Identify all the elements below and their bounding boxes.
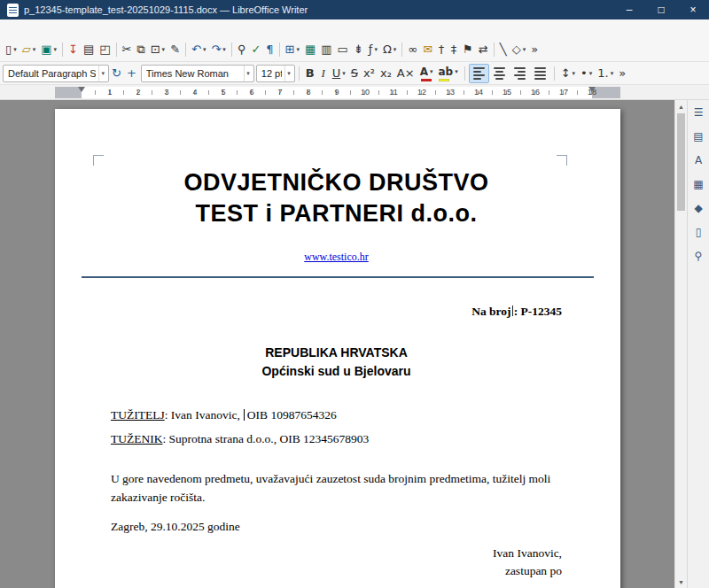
spelling-button[interactable]: ✓ <box>248 40 263 59</box>
insert-page-break-button[interactable]: ⇟ <box>351 40 366 59</box>
superscript-button[interactable]: x² <box>361 64 378 83</box>
body-paragraph[interactable]: U gore navedenom predmetu, uvažavajući z… <box>111 469 562 507</box>
sidebar-settings-button[interactable]: ☰ <box>690 104 708 121</box>
insert-chart-button[interactable]: ▥ <box>318 40 334 59</box>
defendant-line[interactable]: TUŽENIK: Suprotna strana d.o.o., OIB 123… <box>111 431 562 446</box>
open-file-button[interactable]: ▱▾ <box>19 40 39 59</box>
signature-block[interactable]: Ivan Ivanovic,zastupan po <box>111 545 562 580</box>
copy-button[interactable]: ⧉ <box>134 40 147 59</box>
basic-shapes-button[interactable]: ◇▾ <box>510 40 529 59</box>
align-left-button[interactable] <box>469 64 489 83</box>
document-canvas[interactable]: ODVJETNIČKO DRUŠTVO TEST i PARTNERI d.o.… <box>0 100 674 588</box>
insert-line-button[interactable]: ╲ <box>497 40 510 59</box>
minimize-button[interactable]: – <box>613 0 645 19</box>
insert-cross-reference-button[interactable]: ⇄ <box>476 40 491 59</box>
company-title[interactable]: ODVJETNIČKO DRUŠTVO TEST i PARTNERI d.o.… <box>111 109 562 229</box>
strikethrough-button[interactable]: S <box>348 64 361 83</box>
align-right-button[interactable] <box>510 64 530 83</box>
sidebar-navigator-tab[interactable]: ◆ <box>690 199 708 217</box>
menu-window[interactable] <box>112 19 124 37</box>
print-button[interactable]: ▤ <box>81 40 97 59</box>
court-heading[interactable]: REPUBLIKA HRVATSKA Općinski sud u Bjelov… <box>111 344 562 381</box>
menu-form[interactable] <box>87 19 99 37</box>
clear-formatting-button[interactable]: A× <box>394 64 417 83</box>
insert-hyperlink-button[interactable]: ∞ <box>405 40 420 59</box>
insert-footnote-button[interactable]: † <box>435 40 448 59</box>
document-page[interactable]: ODVJETNIČKO DRUŠTVO TEST i PARTNERI d.o.… <box>55 109 620 588</box>
align-center-button[interactable] <box>489 64 510 83</box>
sidebar-page-tab[interactable]: ▯ <box>690 223 708 241</box>
menu-view[interactable] <box>25 19 37 37</box>
insert-endnote-button[interactable]: ‡ <box>448 40 460 59</box>
sidebar-styles-tab[interactable]: A <box>690 151 708 169</box>
scroll-down-arrow[interactable]: ▼ <box>675 576 687 588</box>
indent-marker-left[interactable] <box>78 87 85 96</box>
menu-styles[interactable] <box>62 19 74 37</box>
menu-help[interactable] <box>124 19 136 37</box>
formatting-toolbar-overflow-button[interactable]: » <box>616 64 628 83</box>
highlight-color-button[interactable]: ab▾ <box>435 64 460 83</box>
new-document-button[interactable]: ▯▾ <box>3 40 19 59</box>
subscript-button[interactable]: x₂ <box>378 64 394 83</box>
sidebar-gallery-tab[interactable]: ▦ <box>690 175 708 193</box>
paragraph-style-select[interactable]: Default Paragraph Style ▾ <box>3 65 109 82</box>
find-replace-button[interactable]: ⚲ <box>235 40 249 59</box>
save-button[interactable]: ▣▾ <box>38 40 59 59</box>
menu-file[interactable] <box>0 19 12 37</box>
italic-button[interactable]: I <box>317 64 330 83</box>
close-button[interactable]: × <box>677 0 709 19</box>
redo-button[interactable]: ↷▾ <box>208 40 228 59</box>
insert-text-box-button[interactable]: ▭ <box>335 40 351 59</box>
insert-field-button[interactable]: ƒ▾ <box>366 40 380 59</box>
insert-comment-button[interactable]: ✉ <box>420 40 435 59</box>
undo-button[interactable]: ↶▾ <box>189 40 208 59</box>
sidebar-style-inspector-tab[interactable]: ⚲ <box>690 247 708 265</box>
align-justify-button[interactable] <box>530 64 550 83</box>
ruler-number: 9 <box>323 86 351 98</box>
body-line[interactable]: zakazivanje ročišta. <box>111 488 562 507</box>
clone-formatting-button[interactable]: ✎ <box>168 40 183 59</box>
toolbar-overflow-button[interactable]: » <box>528 40 541 59</box>
export-pdf-button[interactable]: ↧ <box>66 40 81 59</box>
date-line[interactable]: Zagreb, 29.10.2025 godine <box>111 519 562 534</box>
font-color-button[interactable]: A▾ <box>417 64 436 83</box>
scrollbar-thumb[interactable] <box>677 113 685 211</box>
cut-button[interactable]: ✂ <box>120 40 135 59</box>
menu-insert[interactable] <box>37 19 50 37</box>
sidebar-properties-tab[interactable]: ▤ <box>690 128 708 145</box>
unordered-list-button[interactable]: •▾ <box>578 64 595 83</box>
indent-marker-right[interactable] <box>588 87 596 96</box>
font-size-select[interactable]: 12 pt ▾ <box>256 65 295 82</box>
body-line[interactable]: U gore navedenom predmetu, uvažavajući z… <box>111 469 562 488</box>
insert-special-character-button[interactable]: Ω▾ <box>380 40 399 59</box>
scroll-up-arrow[interactable]: ▲ <box>675 100 687 112</box>
update-style-button[interactable]: ↻ <box>109 64 124 83</box>
menu-format[interactable] <box>50 19 62 37</box>
new-style-button[interactable]: + <box>124 64 139 83</box>
chevron-down-icon[interactable]: ▾ <box>284 66 292 81</box>
insert-image-button[interactable]: ▦ <box>302 40 318 59</box>
chevron-down-icon[interactable]: ▾ <box>98 66 106 81</box>
plaintiff-line[interactable]: TUŽITELJ: Ivan Ivanovic,OIB 10987654326 <box>111 407 562 422</box>
insert-table-button[interactable]: ⊞▾ <box>283 40 302 59</box>
menu-table[interactable] <box>74 19 87 37</box>
formatting-marks-button[interactable]: ¶ <box>263 40 276 59</box>
menu-tools[interactable] <box>99 19 112 37</box>
paste-button[interactable]: ⊡▾ <box>148 40 168 59</box>
maximize-button[interactable]: □ <box>645 0 677 19</box>
underline-button[interactable]: U▾ <box>330 64 348 83</box>
case-number-line[interactable]: Na broj: P-12345 <box>111 305 562 319</box>
horizontal-ruler[interactable]: 123456789101112131415161718 <box>0 85 709 100</box>
insert-bookmark-button[interactable]: ⚑ <box>460 40 476 59</box>
bold-button[interactable]: B <box>303 64 317 83</box>
signature-line[interactable]: Ivan Ivanovic, <box>111 545 562 562</box>
vertical-scrollbar[interactable]: ▲ ▼ <box>674 100 687 588</box>
chevron-down-icon[interactable]: ▾ <box>244 66 252 81</box>
line-spacing-button[interactable]: ↕▾ <box>558 64 578 83</box>
ordered-list-button[interactable]: 1.▾ <box>595 64 616 83</box>
menu-edit[interactable] <box>12 19 25 37</box>
print-preview-button[interactable]: ◰ <box>97 40 113 59</box>
font-name-select[interactable]: Times New Roman ▾ <box>141 65 254 82</box>
signature-line[interactable]: zastupan po <box>111 562 562 580</box>
website-link[interactable]: www.testico.hr <box>304 251 369 263</box>
